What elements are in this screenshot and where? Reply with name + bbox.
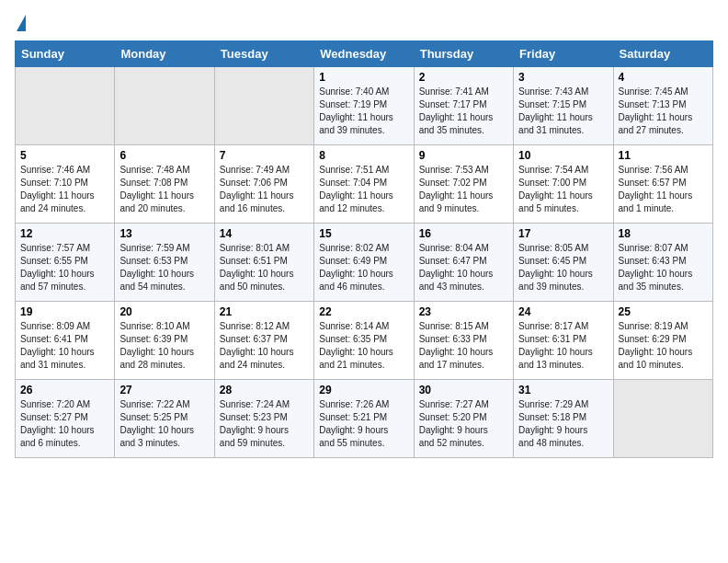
week-row-3: 12Sunrise: 7:57 AM Sunset: 6:55 PM Dayli… — [16, 224, 713, 302]
day-number: 29 — [319, 384, 408, 396]
header-friday: Friday — [514, 41, 613, 67]
day-info: Sunrise: 7:57 AM Sunset: 6:55 PM Dayligh… — [20, 242, 109, 293]
calendar-cell: 24Sunrise: 8:17 AM Sunset: 6:31 PM Dayli… — [514, 302, 613, 380]
day-info: Sunrise: 7:41 AM Sunset: 7:17 PM Dayligh… — [419, 86, 508, 137]
calendar-cell: 9Sunrise: 7:53 AM Sunset: 7:02 PM Daylig… — [414, 145, 513, 224]
calendar-cell: 2Sunrise: 7:41 AM Sunset: 7:17 PM Daylig… — [414, 67, 513, 145]
day-number: 21 — [220, 305, 309, 318]
day-info: Sunrise: 8:14 AM Sunset: 6:35 PM Dayligh… — [319, 320, 408, 372]
header-monday: Monday — [115, 41, 214, 67]
day-number: 6 — [119, 149, 209, 162]
day-number: 13 — [119, 227, 209, 240]
week-row-4: 19Sunrise: 8:09 AM Sunset: 6:41 PM Dayli… — [16, 302, 713, 380]
day-number: 15 — [319, 227, 408, 240]
calendar-cell: 19Sunrise: 8:09 AM Sunset: 6:41 PM Dayli… — [16, 302, 115, 380]
header-wednesday: Wednesday — [314, 41, 414, 67]
calendar-cell — [214, 67, 313, 145]
calendar-cell: 22Sunrise: 8:14 AM Sunset: 6:35 PM Dayli… — [314, 302, 414, 380]
day-number: 5 — [20, 149, 109, 162]
calendar-cell: 3Sunrise: 7:43 AM Sunset: 7:15 PM Daylig… — [514, 67, 613, 145]
day-info: Sunrise: 8:02 AM Sunset: 6:49 PM Dayligh… — [319, 242, 408, 293]
week-row-2: 5Sunrise: 7:46 AM Sunset: 7:10 PM Daylig… — [16, 145, 713, 224]
day-number: 2 — [419, 71, 508, 84]
calendar-cell: 29Sunrise: 7:26 AM Sunset: 5:21 PM Dayli… — [314, 380, 414, 458]
day-number: 19 — [20, 305, 109, 318]
calendar-cell: 11Sunrise: 7:56 AM Sunset: 6:57 PM Dayli… — [613, 145, 712, 224]
day-info: Sunrise: 7:29 AM Sunset: 5:18 PM Dayligh… — [518, 398, 608, 450]
day-info: Sunrise: 8:04 AM Sunset: 6:47 PM Dayligh… — [419, 242, 508, 293]
logo-triangle-icon — [17, 15, 26, 31]
calendar-header: SundayMondayTuesdayWednesdayThursdayFrid… — [16, 41, 713, 67]
day-number: 17 — [518, 227, 608, 240]
day-info: Sunrise: 8:01 AM Sunset: 6:51 PM Dayligh… — [220, 242, 309, 293]
week-row-5: 26Sunrise: 7:20 AM Sunset: 5:27 PM Dayli… — [16, 380, 713, 458]
day-info: Sunrise: 8:09 AM Sunset: 6:41 PM Dayligh… — [20, 320, 109, 372]
day-info: Sunrise: 7:40 AM Sunset: 7:19 PM Dayligh… — [319, 86, 408, 137]
header-saturday: Saturday — [613, 41, 712, 67]
day-info: Sunrise: 7:24 AM Sunset: 5:23 PM Dayligh… — [220, 398, 309, 450]
day-info: Sunrise: 7:53 AM Sunset: 7:02 PM Dayligh… — [419, 164, 508, 215]
day-number: 28 — [220, 384, 309, 396]
day-info: Sunrise: 8:10 AM Sunset: 6:39 PM Dayligh… — [119, 320, 209, 372]
calendar-cell: 15Sunrise: 8:02 AM Sunset: 6:49 PM Dayli… — [314, 224, 414, 302]
day-info: Sunrise: 7:56 AM Sunset: 6:57 PM Dayligh… — [619, 164, 708, 215]
header-sunday: Sunday — [16, 41, 115, 67]
day-number: 26 — [20, 384, 109, 396]
day-number: 7 — [220, 149, 309, 162]
day-number: 31 — [518, 384, 608, 396]
day-info: Sunrise: 7:48 AM Sunset: 7:08 PM Dayligh… — [119, 164, 209, 215]
calendar-cell: 6Sunrise: 7:48 AM Sunset: 7:08 PM Daylig… — [115, 145, 214, 224]
calendar-cell: 10Sunrise: 7:54 AM Sunset: 7:00 PM Dayli… — [514, 145, 613, 224]
day-info: Sunrise: 8:17 AM Sunset: 6:31 PM Dayligh… — [518, 320, 608, 372]
day-number: 10 — [518, 149, 608, 162]
day-number: 3 — [518, 71, 608, 84]
page-header — [15, 15, 713, 29]
calendar-cell — [115, 67, 214, 145]
calendar-table: SundayMondayTuesdayWednesdayThursdayFrid… — [15, 40, 713, 458]
day-number: 23 — [419, 305, 508, 318]
day-info: Sunrise: 7:27 AM Sunset: 5:20 PM Dayligh… — [419, 398, 508, 450]
day-info: Sunrise: 7:46 AM Sunset: 7:10 PM Dayligh… — [20, 164, 109, 215]
day-info: Sunrise: 8:07 AM Sunset: 6:43 PM Dayligh… — [619, 242, 708, 293]
day-number: 11 — [619, 149, 708, 162]
calendar-cell: 18Sunrise: 8:07 AM Sunset: 6:43 PM Dayli… — [613, 224, 712, 302]
day-number: 27 — [119, 384, 209, 396]
day-info: Sunrise: 7:59 AM Sunset: 6:53 PM Dayligh… — [119, 242, 209, 293]
calendar-cell: 16Sunrise: 8:04 AM Sunset: 6:47 PM Dayli… — [414, 224, 513, 302]
calendar-cell: 14Sunrise: 8:01 AM Sunset: 6:51 PM Dayli… — [214, 224, 313, 302]
calendar-cell: 5Sunrise: 7:46 AM Sunset: 7:10 PM Daylig… — [16, 145, 115, 224]
calendar-cell: 8Sunrise: 7:51 AM Sunset: 7:04 PM Daylig… — [314, 145, 414, 224]
day-info: Sunrise: 7:20 AM Sunset: 5:27 PM Dayligh… — [20, 398, 109, 450]
calendar-cell: 20Sunrise: 8:10 AM Sunset: 6:39 PM Dayli… — [115, 302, 214, 380]
calendar-cell: 28Sunrise: 7:24 AM Sunset: 5:23 PM Dayli… — [214, 380, 313, 458]
calendar-cell: 30Sunrise: 7:27 AM Sunset: 5:20 PM Dayli… — [414, 380, 513, 458]
day-info: Sunrise: 7:43 AM Sunset: 7:15 PM Dayligh… — [518, 86, 608, 137]
day-info: Sunrise: 7:22 AM Sunset: 5:25 PM Dayligh… — [119, 398, 209, 450]
day-number: 12 — [20, 227, 109, 240]
day-info: Sunrise: 7:54 AM Sunset: 7:00 PM Dayligh… — [518, 164, 608, 215]
calendar-cell: 7Sunrise: 7:49 AM Sunset: 7:06 PM Daylig… — [214, 145, 313, 224]
header-thursday: Thursday — [414, 41, 513, 67]
day-info: Sunrise: 8:19 AM Sunset: 6:29 PM Dayligh… — [619, 320, 708, 372]
calendar-cell: 23Sunrise: 8:15 AM Sunset: 6:33 PM Dayli… — [414, 302, 513, 380]
calendar-cell: 25Sunrise: 8:19 AM Sunset: 6:29 PM Dayli… — [613, 302, 712, 380]
calendar-cell: 17Sunrise: 8:05 AM Sunset: 6:45 PM Dayli… — [514, 224, 613, 302]
day-number: 9 — [419, 149, 508, 162]
day-info: Sunrise: 8:12 AM Sunset: 6:37 PM Dayligh… — [220, 320, 309, 372]
day-number: 16 — [419, 227, 508, 240]
calendar-cell: 4Sunrise: 7:45 AM Sunset: 7:13 PM Daylig… — [613, 67, 712, 145]
day-number: 22 — [319, 305, 408, 318]
day-info: Sunrise: 7:45 AM Sunset: 7:13 PM Dayligh… — [619, 86, 708, 137]
calendar-cell — [16, 67, 115, 145]
calendar-cell: 26Sunrise: 7:20 AM Sunset: 5:27 PM Dayli… — [16, 380, 115, 458]
day-number: 14 — [220, 227, 309, 240]
calendar-cell: 31Sunrise: 7:29 AM Sunset: 5:18 PM Dayli… — [514, 380, 613, 458]
header-tuesday: Tuesday — [214, 41, 313, 67]
day-info: Sunrise: 7:51 AM Sunset: 7:04 PM Dayligh… — [319, 164, 408, 215]
calendar-cell: 27Sunrise: 7:22 AM Sunset: 5:25 PM Dayli… — [115, 380, 214, 458]
day-number: 8 — [319, 149, 408, 162]
day-info: Sunrise: 7:26 AM Sunset: 5:21 PM Dayligh… — [319, 398, 408, 450]
day-number: 25 — [619, 305, 708, 318]
calendar-cell: 21Sunrise: 8:12 AM Sunset: 6:37 PM Dayli… — [214, 302, 313, 380]
day-number: 30 — [419, 384, 508, 396]
